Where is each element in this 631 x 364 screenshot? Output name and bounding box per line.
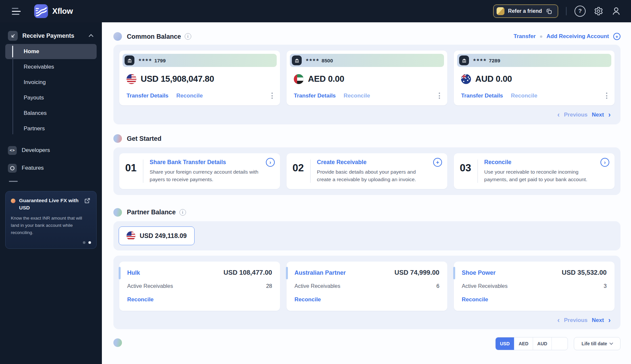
- navbar-actions: Refer a friend ?: [493, 5, 621, 18]
- tab-usd[interactable]: USD: [496, 337, 514, 350]
- tab-extra[interactable]: [552, 337, 568, 350]
- partner-amount: USD 108,477.00: [223, 269, 272, 276]
- external-link-icon[interactable]: [84, 197, 91, 204]
- kebab-menu-icon[interactable]: [604, 91, 609, 100]
- partner-pagination: ‹ Previous Next ›: [119, 311, 615, 327]
- reconcile-link[interactable]: Reconcile: [127, 296, 272, 303]
- card-accent-bar: [286, 267, 288, 279]
- add-receiving-account-link[interactable]: Add Receiving Account: [547, 33, 609, 40]
- partner-balance-header: Partner Balance i: [113, 208, 620, 217]
- sidebar-item-developers[interactable]: <> Developers: [0, 145, 102, 155]
- plus-circle-icon[interactable]: +: [613, 33, 620, 40]
- tab-aed[interactable]: AED: [514, 337, 533, 350]
- next-button[interactable]: Next: [592, 112, 604, 118]
- partner-cards-panel: Hulk USD 108,477.00 Active Receivables 2…: [113, 256, 620, 329]
- currency-chip-usd[interactable]: USD 249,118.09: [119, 226, 195, 245]
- chevron-circle-icon[interactable]: ›: [266, 158, 275, 167]
- main-content: Common Balance i Transfer Add Receiving …: [102, 22, 631, 364]
- refer-a-friend-button[interactable]: Refer a friend: [493, 5, 558, 18]
- previous-button[interactable]: Previous: [564, 112, 588, 118]
- partner-name-link[interactable]: Australian Partner: [294, 269, 346, 276]
- kebab-menu-icon[interactable]: [437, 91, 442, 100]
- help-icon[interactable]: ?: [574, 6, 586, 17]
- transfer-details-link[interactable]: Transfer Details: [294, 93, 336, 99]
- reconcile-link[interactable]: Reconcile: [462, 296, 607, 303]
- step-title-link[interactable]: Create Receivable: [317, 159, 427, 166]
- promo-dot-1[interactable]: [83, 241, 85, 244]
- previous-button[interactable]: Previous: [564, 317, 588, 324]
- chevron-up-icon[interactable]: [89, 34, 93, 39]
- code-icon: <>: [8, 146, 17, 155]
- next-button[interactable]: Next: [592, 317, 604, 324]
- sidebar-item-invoicing[interactable]: Invoicing: [5, 75, 97, 90]
- promo-bullet-icon: [11, 199, 15, 203]
- settings-gear-icon[interactable]: [594, 6, 603, 16]
- step-number: 03: [460, 159, 477, 183]
- chevron-left-icon[interactable]: ‹: [557, 317, 560, 324]
- common-balance-actions: Transfer Add Receiving Account +: [514, 33, 620, 40]
- step-title-link[interactable]: Reconcile: [484, 159, 594, 166]
- masked-account-number: ****1799: [139, 57, 166, 64]
- date-filter-value: Life till date: [582, 341, 607, 346]
- date-filter-dropdown[interactable]: Life till date: [574, 337, 620, 350]
- sidebar-item-receivables[interactable]: Receivables: [5, 59, 97, 75]
- card-accent-bar: [119, 267, 121, 279]
- sidebar-section-receive-payments[interactable]: Receive Payments: [0, 22, 102, 41]
- sidebar-item-partners[interactable]: Partners: [5, 121, 97, 136]
- sidebar-nav: Home Receivables Invoicing Payouts Balan…: [0, 44, 102, 136]
- reconcile-link[interactable]: Reconcile: [294, 296, 439, 303]
- next-section-row: USD AED AUD Life till date: [113, 337, 620, 357]
- chevron-circle-icon[interactable]: ›: [600, 158, 609, 167]
- brand-name: Xflow: [52, 7, 73, 16]
- partner-card-australian-partner: Australian Partner USD 74,999.00 Active …: [287, 262, 447, 311]
- promo-dot-2[interactable]: [88, 241, 91, 244]
- chevron-down-icon: [610, 341, 613, 345]
- chevron-right-icon[interactable]: ›: [608, 111, 611, 118]
- promo-body: Know the exact INR amount that will land…: [11, 215, 91, 236]
- plus-circle-icon[interactable]: +: [433, 158, 442, 167]
- sidebar-item-balances[interactable]: Balances: [5, 106, 97, 121]
- reconcile-link[interactable]: Reconcile: [511, 93, 537, 99]
- sidebar-item-label: Payouts: [24, 95, 44, 101]
- transfer-link[interactable]: Transfer: [514, 33, 536, 40]
- step-divider: [478, 160, 478, 183]
- transfer-details-link[interactable]: Transfer Details: [127, 93, 169, 99]
- step-title-link[interactable]: Share Bank Transfer Details: [150, 159, 260, 166]
- sidebar-section-label: Receive Payments: [22, 32, 89, 39]
- account-strip: ****1799: [123, 54, 277, 67]
- reconcile-link[interactable]: Reconcile: [344, 93, 370, 99]
- brand: Xflow: [34, 4, 73, 18]
- section-title: Get Started: [127, 135, 161, 142]
- partner-name-link[interactable]: Shoe Power: [462, 269, 496, 276]
- kebab-menu-icon[interactable]: [269, 91, 275, 100]
- partner-card-hulk: Hulk USD 108,477.00 Active Receivables 2…: [119, 262, 280, 311]
- info-icon[interactable]: i: [185, 33, 191, 40]
- transfer-details-link[interactable]: Transfer Details: [461, 93, 503, 99]
- dot-separator: [540, 35, 542, 38]
- sidebar-item-payouts[interactable]: Payouts: [5, 90, 97, 105]
- active-receivables-count: 3: [604, 283, 607, 289]
- sidebar-item-home[interactable]: Home: [5, 44, 97, 59]
- chevron-right-icon[interactable]: ›: [608, 317, 611, 324]
- sidebar-item-features[interactable]: Features: [0, 163, 102, 173]
- profile-icon[interactable]: [611, 6, 621, 16]
- balance-amount: AUD 0.00: [475, 74, 512, 84]
- sidebar-item-label: Balances: [24, 110, 47, 117]
- info-icon[interactable]: i: [179, 209, 186, 216]
- step-card-reconcile: 03 Reconcile Use your receivable to reco…: [454, 153, 615, 189]
- partner-currency-panel: USD 249,118.09: [113, 221, 620, 250]
- promo-card: Guaranteed Live FX with USD Know the exa…: [5, 191, 97, 249]
- step-divider: [310, 160, 311, 183]
- balance-card-aed: ****8500 AED 0.00 Transfer Details Recon…: [287, 51, 447, 105]
- bank-icon: [459, 55, 469, 65]
- chevron-left-icon[interactable]: ‹: [557, 111, 560, 118]
- tab-aud[interactable]: AUD: [533, 337, 552, 350]
- sidebar: Receive Payments Home Receivables Invoic…: [0, 22, 102, 364]
- partner-name-link[interactable]: Hulk: [127, 269, 140, 276]
- hamburger-menu-icon[interactable]: [12, 8, 22, 15]
- balance-card-aud: ****7289 AUD 0.00 Transfer Details Recon…: [454, 51, 615, 105]
- account-strip: ****7289: [457, 54, 611, 67]
- circle-icon: [8, 164, 17, 173]
- reconcile-link[interactable]: Reconcile: [176, 93, 203, 99]
- step-number: 02: [292, 159, 310, 183]
